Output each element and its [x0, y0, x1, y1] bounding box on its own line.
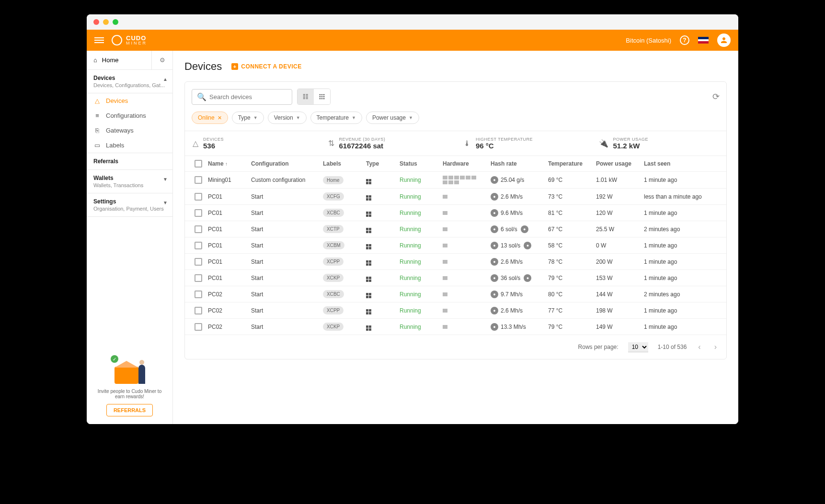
sidebar-item-gateways[interactable]: ⎘Gateways	[87, 123, 172, 138]
col-hashrate[interactable]: Hash rate	[491, 160, 548, 167]
table-row[interactable]: PC01 Start XCFG Running ●2.6 Mh/s 73 °C …	[185, 189, 726, 205]
cell-power: 25.5 W	[596, 226, 644, 233]
row-checkbox[interactable]	[195, 291, 202, 298]
col-hardware[interactable]: Hardware	[443, 160, 491, 167]
col-name[interactable]: Name ↑	[208, 160, 251, 167]
help-icon[interactable]: ?	[680, 35, 689, 45]
plus-icon: +	[231, 63, 238, 70]
nav-home[interactable]: ⌂ Home	[87, 51, 151, 69]
row-checkbox[interactable]	[195, 176, 202, 184]
sidebar-item-icon: ⎘	[93, 127, 101, 134]
filter-chip-version[interactable]: Version▼	[268, 112, 307, 124]
sidebar-item-label: Configurations	[106, 112, 146, 119]
coin-icon: ●	[491, 225, 498, 233]
table-row[interactable]: PC01 Start XCBM Running ●13 sol/s● 58 °C…	[185, 237, 726, 254]
row-checkbox[interactable]	[195, 209, 202, 217]
row-checkbox[interactable]	[195, 225, 202, 233]
cell-hashrate: ●13 sol/s●	[491, 242, 548, 249]
chip-label: Online	[198, 114, 215, 121]
sidebar-item-label: Gateways	[106, 127, 134, 134]
refresh-button[interactable]: ⟳	[712, 91, 720, 102]
section-subtitle: Wallets, Transactions	[93, 182, 166, 188]
close-icon[interactable]: ✕	[218, 115, 222, 121]
row-checkbox[interactable]	[195, 242, 202, 249]
cell-hashrate: ●9.6 Mh/s	[491, 209, 548, 217]
search-input[interactable]	[209, 93, 290, 101]
cell-hashrate: ●9.7 Mh/s	[491, 291, 548, 298]
table-row[interactable]: PC01 Start XCBC Running ●9.6 Mh/s 81 °C …	[185, 205, 726, 221]
row-checkbox[interactable]	[195, 307, 202, 314]
cell-name: PC01	[208, 210, 251, 216]
cell-lastseen: 2 minutes ago	[644, 226, 722, 233]
nav-section-settings[interactable]: Settings Organisation, Payment, Users ▼	[87, 193, 172, 217]
col-status[interactable]: Status	[400, 160, 443, 167]
rows-per-page-select[interactable]: 10	[628, 342, 648, 352]
table-row[interactable]: Mining01 Custom configuration Home Runni…	[185, 172, 726, 189]
brand-logo[interactable]: CUDO MINER	[112, 35, 147, 45]
svg-rect-15	[321, 98, 322, 99]
sidebar-item-configurations[interactable]: ≡Configurations	[87, 108, 172, 123]
filter-chip-power-usage[interactable]: Power usage▼	[366, 112, 419, 124]
stat-power: 🔌 POWER USAGE51.2 kW	[591, 131, 727, 156]
plug-icon: 🔌	[599, 139, 608, 148]
nav-section-wallets[interactable]: Wallets Wallets, Transactions ▼	[87, 170, 172, 193]
referrals-button[interactable]: REFERRALS	[106, 404, 153, 416]
hardware-bars	[443, 276, 476, 280]
close-window-icon[interactable]	[93, 19, 99, 25]
row-checkbox[interactable]	[195, 274, 202, 282]
cell-status: Running	[400, 258, 443, 265]
filter-chip-type[interactable]: Type▼	[232, 112, 264, 124]
next-page-button[interactable]: ›	[712, 341, 719, 353]
filter-chip-temperature[interactable]: Temperature▼	[310, 112, 362, 124]
account-icon[interactable]	[717, 34, 731, 47]
col-lastseen[interactable]: Last seen	[644, 160, 722, 167]
filter-chip-online[interactable]: Online✕	[192, 112, 228, 124]
sidebar-item-labels[interactable]: ▭Labels	[87, 138, 172, 153]
sidebar: ⌂ Home ⚙ Devices Devices, Configurations…	[87, 51, 173, 424]
view-list-button[interactable]	[298, 89, 314, 104]
language-flag-icon[interactable]	[698, 37, 709, 44]
cell-temp: 77 °C	[548, 307, 596, 314]
cell-status: Running	[400, 324, 443, 330]
sidebar-item-devices[interactable]: △Devices	[87, 93, 172, 108]
nav-section-referrals[interactable]: Referrals	[87, 153, 172, 170]
coin-icon: ●	[491, 274, 498, 282]
nav-home-label: Home	[102, 56, 119, 64]
minimize-window-icon[interactable]	[103, 19, 109, 25]
view-grid-button[interactable]	[314, 89, 330, 104]
cell-lastseen: 2 minutes ago	[644, 291, 722, 298]
table-row[interactable]: PC01 Start XCTP Running ●6 sol/s● 67 °C …	[185, 221, 726, 237]
search-input-wrapper[interactable]: 🔍	[192, 89, 292, 105]
connect-device-button[interactable]: + CONNECT A DEVICE	[231, 63, 301, 70]
currency-selector[interactable]: Bitcoin (Satoshi)	[626, 37, 671, 44]
table-row[interactable]: PC02 Start XCPP Running ●2.6 Mh/s 77 °C …	[185, 302, 726, 319]
prev-page-button[interactable]: ‹	[696, 341, 702, 353]
settings-icon[interactable]: ⚙	[151, 51, 172, 69]
col-power[interactable]: Power usage	[596, 160, 644, 167]
col-temperature[interactable]: Temperature	[548, 160, 596, 167]
table-row[interactable]: PC01 Start XCPP Running ●2.6 Mh/s 78 °C …	[185, 254, 726, 270]
row-checkbox[interactable]	[195, 323, 202, 331]
table-row[interactable]: PC02 Start XCBC Running ●9.7 Mh/s 80 °C …	[185, 286, 726, 302]
nav-section-devices[interactable]: Devices Devices, Configurations, Gat... …	[87, 70, 172, 93]
coin-icon: ●	[491, 209, 498, 217]
col-labels[interactable]: Labels	[323, 160, 366, 167]
row-checkbox[interactable]	[195, 258, 202, 266]
select-all-checkbox[interactable]	[195, 160, 202, 168]
cell-name: PC02	[208, 307, 251, 314]
col-type[interactable]: Type	[366, 160, 400, 167]
row-checkbox[interactable]	[195, 193, 202, 201]
svg-rect-3	[303, 99, 305, 99]
hardware-bars	[443, 227, 476, 231]
chevron-down-icon: ▼	[352, 115, 356, 120]
cell-config: Start	[251, 291, 323, 298]
connect-device-label: CONNECT A DEVICE	[241, 63, 301, 70]
table-row[interactable]: PC01 Start XCKP Running ●36 sol/s● 79 °C…	[185, 270, 726, 286]
label-badge: XCBM	[323, 241, 344, 249]
pagination: Rows per page: 10 1-10 of 536 ‹ ›	[185, 335, 726, 359]
col-configuration[interactable]: Configuration	[251, 160, 323, 167]
cell-temp: 58 °C	[548, 242, 596, 249]
menu-icon[interactable]	[94, 37, 104, 43]
maximize-window-icon[interactable]	[113, 19, 118, 25]
table-row[interactable]: PC02 Start XCKP Running ●13.3 Mh/s 79 °C…	[185, 319, 726, 335]
